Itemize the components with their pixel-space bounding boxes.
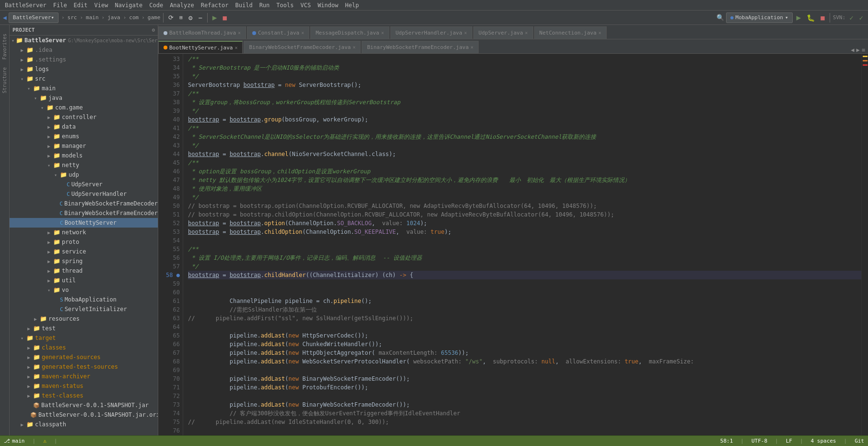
status-line-sep[interactable]: LF [786,438,792,444]
project-dropdown[interactable]: BattleServer ▾ [9,12,59,23]
structure-label[interactable]: Structure [1,63,8,97]
favorites-label[interactable]: Favorites [1,30,8,63]
menu-file[interactable]: File [50,1,70,10]
run-config-icon[interactable]: ▶ [795,12,803,23]
tree-servletinit[interactable]: ▶ C ServletInitializer [10,304,158,314]
tree-bwsfd[interactable]: ▶ C BinaryWebSocketFrameDecoder [10,199,158,208]
menu-vcs[interactable]: VCS [297,1,314,10]
sidebar-gear-icon[interactable]: ⚙ [152,27,155,33]
tab-udpserver[interactable]: UdpServer.java × [473,26,533,39]
menu-help[interactable]: Help [342,1,362,10]
code-area[interactable]: /** * ServerBootstrap 是一个启动NIO服务的辅助启动类 *… [183,54,861,435]
status-git[interactable]: ⎇ main [4,438,25,444]
tree-main[interactable]: ▾ 📁 main [10,84,158,93]
tab-close-us[interactable]: × [525,30,528,36]
tree-thread[interactable]: ▶ 📁 thread [10,266,158,276]
menu-view[interactable]: View [92,1,111,10]
tree-udpserverhandler[interactable]: ▶ C UdpServerHandler [10,189,158,199]
tree-resources[interactable]: ▶ 📁 resources [10,314,158,324]
tab-close-bwsfe2[interactable]: × [470,45,473,50]
tree-udp[interactable]: ▾ 📁 udp [10,170,158,180]
tab-battleroomthread[interactable]: BattleRoomThread.java × [158,26,246,39]
settings-icon[interactable]: ⚙ [187,13,194,23]
debug-icon[interactable]: 🐛 [805,13,817,23]
minus-icon[interactable]: − [196,13,204,23]
tree-classpath[interactable]: ▶ 📁 classpath [10,420,158,429]
tab-close-const[interactable]: × [301,30,304,36]
tree-enums[interactable]: ▶ 📁 enums [10,132,158,141]
menu-code[interactable]: Code [146,1,166,10]
menu-refactor[interactable]: Refactor [198,1,232,10]
tree-data[interactable]: ▶ 📁 data [10,122,158,132]
tree-bwsfe[interactable]: ▶ C BinaryWebSocketFrameEncoder [10,208,158,218]
menu-window[interactable]: Window [315,1,341,10]
tab-close-brt[interactable]: × [238,30,241,36]
status-indent[interactable]: 4 spaces [811,438,836,444]
stop-icon[interactable]: ■ [221,13,228,23]
tab-scroll-left-icon[interactable]: ◀ [851,47,854,53]
tree-bootnettyserver[interactable]: ▶ C BootNettyServer [10,218,158,228]
tree-maven-arch[interactable]: ▶ 📁 maven-archiver [10,372,158,381]
search-everywhere-icon[interactable]: 🔍 [716,14,724,21]
project-icon[interactable]: ◀ [3,14,7,21]
tree-controller[interactable]: ▶ 📁 controller [10,112,158,122]
tree-gen-src[interactable]: ▶ 📁 generated-sources [10,352,158,362]
tree-test[interactable]: ▶ 📁 test [10,324,158,333]
tab-close-bns[interactable]: × [235,45,237,50]
tab-close-nc[interactable]: × [598,30,601,36]
tree-models[interactable]: ▶ 📁 models [10,151,158,160]
tree-netty[interactable]: ▾ 📁 netty [10,160,158,170]
tree-udpserver[interactable]: ▶ C UdpServer [10,180,158,189]
tree-jar1[interactable]: ▶ 📦 BattleServer-0.0.1-SNAPSHOT.jar [10,400,158,410]
file-tree[interactable]: ▾ 📁 BattleServer G:\MonkeySpace\moba-new… [10,36,158,435]
tab-constant[interactable]: Constant.java × [247,26,309,39]
stop-config-icon[interactable]: ■ [819,13,826,23]
tree-idea[interactable]: ▶ 📁 .idea [10,45,158,55]
menu-navigate[interactable]: Navigate [112,1,145,10]
tree-network[interactable]: ▶ 📁 network [10,228,158,237]
run-icon[interactable]: ▶ [211,12,219,23]
tree-service[interactable]: ▶ 📁 service [10,247,158,256]
tab-close-bwsfd2[interactable]: × [352,45,355,50]
tab-messagedispatch[interactable]: MessageDispatch.java × [310,26,389,39]
tree-maven-status[interactable]: ▶ 📁 maven-status [10,381,158,391]
tree-vo[interactable]: ▾ 📁 vo [10,285,158,295]
tree-spring[interactable]: ▶ 📁 spring [10,256,158,266]
tree-test-classes[interactable]: ▶ 📁 test-classes [10,391,158,400]
menu-battleserver[interactable]: BattleServer [2,1,49,10]
status-encoding[interactable]: UTF-8 [751,438,767,444]
tab-netconnection[interactable]: NetConnection.java × [534,26,607,39]
tab-udpserverhandler[interactable]: UdpServerHandler.java × [390,26,472,39]
tree-settings[interactable]: ▶ 📁 .settings [10,55,158,64]
tab-menu-icon[interactable]: ≡ [862,47,865,53]
tree-classes[interactable]: ▶ 📁 classes [10,343,158,352]
tree-util[interactable]: ▶ 📁 util [10,276,158,285]
tree-jar2[interactable]: ▶ 📦 BattleServer-0.0.1-SNAPSHOT.jar.orig… [10,410,158,420]
status-line-col[interactable]: 58:1 [720,438,733,444]
tree-logs[interactable]: ▶ 📁 logs [10,64,158,74]
svn-checkmark2[interactable]: ✓ [857,13,865,23]
tree-target[interactable]: ▾ 📁 target [10,333,158,343]
tab-close-ush[interactable]: × [464,30,467,36]
config-dropdown[interactable]: ● MobaApplication ▾ [726,12,793,23]
menu-tools[interactable]: Tools [273,1,296,10]
tree-proto[interactable]: ▶ 📁 proto [10,237,158,247]
tree-root[interactable]: ▾ 📁 BattleServer G:\MonkeySpace\moba-new… [10,36,158,45]
tree-mobaapp[interactable]: ▶ S MobaApplication [10,295,158,304]
menu-build[interactable]: Build [233,1,256,10]
tab-close-md[interactable]: × [381,30,384,36]
svn-checkmark1[interactable]: ✓ [847,13,855,23]
tab-scroll-right-icon[interactable]: ▶ [856,47,860,53]
tree-gen-test-src[interactable]: ▶ 📁 generated-test-sources [10,362,158,372]
tree-src[interactable]: ▾ 📁 src [10,74,158,84]
menu-run[interactable]: Run [257,1,273,10]
tab-bwsfd[interactable]: BinaryWebSocketFrameDecoder.java × [244,41,361,53]
tab-bwsfe[interactable]: BinaryWebSocketFrameEncoder.java × [362,41,479,53]
tree-manager[interactable]: ▶ 📁 manager [10,141,158,151]
menu-edit[interactable]: Edit [71,1,91,10]
structure-icon[interactable]: ⊞ [177,13,185,22]
tree-com-game[interactable]: ▾ 📁 com.game [10,103,158,112]
tree-java[interactable]: ▾ 📁 java [10,93,158,103]
sync-icon[interactable]: ⟳ [166,13,176,22]
tab-bootnettyserver[interactable]: BootNettyServer.java × [158,41,243,53]
